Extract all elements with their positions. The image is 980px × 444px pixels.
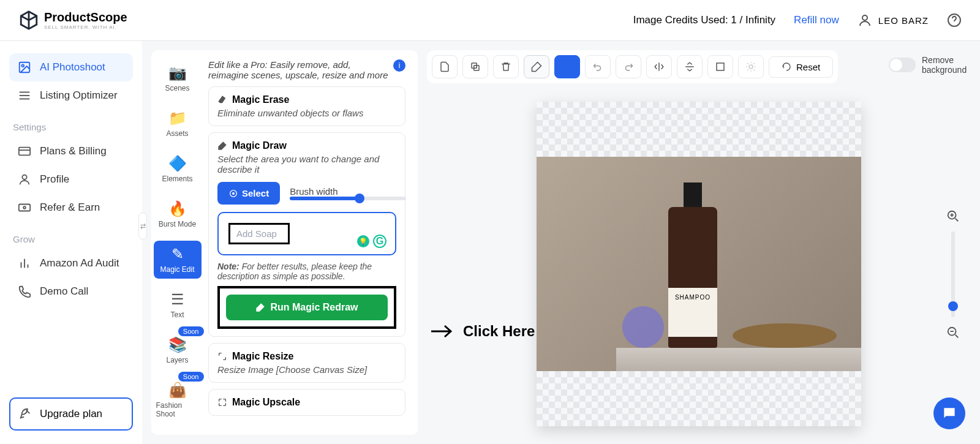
- tb-copy-button[interactable]: [462, 55, 488, 78]
- info-icon[interactable]: i: [393, 59, 405, 72]
- phone-icon: [18, 285, 31, 298]
- prompt-input[interactable]: Add Soap: [228, 223, 290, 244]
- upgrade-button[interactable]: Upgrade plan: [9, 397, 133, 431]
- svg-rect-19: [717, 63, 724, 70]
- tb-redo-button[interactable]: [616, 55, 641, 78]
- zoom-in-icon[interactable]: [946, 209, 960, 223]
- redo-icon: [623, 61, 634, 72]
- soon-badge: Soon: [178, 372, 204, 382]
- card-icon: [18, 145, 31, 158]
- copy-icon: [470, 61, 481, 72]
- tb-delete-button[interactable]: [493, 55, 519, 78]
- tb-crop-button[interactable]: [707, 55, 733, 78]
- flip-h-icon: [654, 61, 665, 72]
- product-image[interactable]: SHAMPOO: [537, 157, 861, 371]
- text-icon: ☰: [171, 291, 184, 308]
- canvas-toolbar: Reset: [427, 50, 838, 83]
- user-menu[interactable]: LEO BARZ: [858, 13, 929, 28]
- zoom-out-icon[interactable]: [946, 326, 960, 339]
- tb-flip-h-button[interactable]: [646, 55, 672, 78]
- rail-elements[interactable]: 🔷Elements: [154, 150, 202, 188]
- canvas-stage[interactable]: SHAMPOO: [537, 102, 861, 426]
- tb-brightness-button[interactable]: [738, 55, 764, 78]
- rail-burst-mode[interactable]: 🔥Burst Mode: [154, 195, 202, 233]
- rail-layers[interactable]: Soon📚Layers: [154, 331, 202, 369]
- run-button-highlight: Run Magic Redraw: [217, 286, 396, 329]
- file-icon: [439, 61, 450, 72]
- svg-rect-10: [19, 205, 30, 211]
- tb-color-button[interactable]: [554, 55, 580, 78]
- nav-listing-optimizer[interactable]: Listing Optimizer: [9, 81, 133, 110]
- tb-flip-v-button[interactable]: [677, 55, 703, 78]
- logo[interactable]: ProductScope SELL SMARTER. WITH AI.: [18, 10, 127, 31]
- magic-upscale-card[interactable]: Magic Upscale: [208, 389, 405, 416]
- tb-file-button[interactable]: [432, 55, 458, 78]
- section-settings: Settings: [13, 122, 133, 132]
- note-text: Note: For better results, please keep th…: [217, 262, 396, 281]
- prompt-input-container[interactable]: Add Soap 💡 G: [217, 212, 396, 255]
- collapse-handle[interactable]: ⇄: [138, 213, 147, 239]
- nav-refer-earn[interactable]: Refer & Earn: [9, 194, 133, 222]
- nav-label: Plans & Billing: [40, 145, 107, 157]
- help-icon[interactable]: [947, 13, 962, 28]
- user-name: LEO BARZ: [878, 15, 929, 26]
- shapes-icon: 🔷: [168, 155, 187, 172]
- nav-demo-call[interactable]: Demo Call: [9, 277, 133, 306]
- nav-label: AI Photoshoot: [40, 61, 105, 73]
- nav-amazon-ad-audit[interactable]: Amazon Ad Audit: [9, 249, 133, 277]
- section-grow: Grow: [13, 234, 133, 244]
- camera-icon: 📷: [168, 64, 187, 81]
- svg-point-9: [22, 175, 26, 179]
- card-title: Magic Resize: [232, 351, 293, 362]
- hair-brush: [733, 323, 837, 348]
- rail-magic-edit[interactable]: ✎Magic Edit: [154, 241, 202, 279]
- rail-label: Elements: [162, 175, 192, 183]
- remove-bg-toggle[interactable]: [889, 58, 916, 72]
- rail-fashion-shoot[interactable]: Soon👜Fashion Shoot: [154, 377, 202, 423]
- chat-fab[interactable]: [933, 397, 965, 429]
- run-magic-redraw-button[interactable]: Run Magic Redraw: [226, 295, 388, 320]
- tb-edit-button[interactable]: [524, 55, 549, 78]
- reset-button[interactable]: Reset: [769, 56, 833, 78]
- user-icon: [858, 13, 872, 28]
- svg-point-0: [862, 15, 867, 20]
- nav-ai-photoshoot[interactable]: AI Photoshoot: [9, 53, 133, 81]
- target-icon: [228, 189, 238, 198]
- brand-name: ProductScope: [44, 10, 127, 24]
- brand-tagline: SELL SMARTER. WITH AI.: [44, 24, 127, 30]
- grammarly-tone-icon[interactable]: 💡: [357, 235, 369, 247]
- svg-point-3: [21, 64, 24, 67]
- grammarly-icon[interactable]: G: [373, 235, 386, 248]
- select-button[interactable]: Select: [217, 182, 280, 205]
- zoom-controls: [946, 209, 960, 339]
- rail-scenes[interactable]: 📷Scenes: [154, 59, 202, 97]
- selection-marker[interactable]: [622, 306, 664, 348]
- grammarly-badges: 💡 G: [357, 235, 386, 248]
- rail-label: Layers: [166, 356, 188, 364]
- rocket-icon: [19, 407, 32, 421]
- folder-icon: 📁: [168, 110, 187, 127]
- tb-undo-button[interactable]: [585, 55, 611, 78]
- svg-point-20: [749, 65, 753, 69]
- zoom-slider[interactable]: [951, 231, 955, 317]
- refill-link[interactable]: Refill now: [794, 14, 839, 26]
- rail-text[interactable]: ☰Text: [154, 286, 202, 324]
- sun-icon: [745, 61, 756, 72]
- credits-text: Image Credits Used: 1 / Infinity: [633, 14, 775, 26]
- trash-icon: [500, 61, 511, 72]
- svg-point-11: [23, 206, 26, 209]
- rail-assets[interactable]: 📁Assets: [154, 105, 202, 143]
- nav-label: Profile: [40, 173, 69, 186]
- layers-icon: 📚: [168, 336, 187, 353]
- card-title: Magic Erase: [232, 94, 289, 105]
- magic-resize-card[interactable]: Magic Resize Resize Image [Choose Canvas…: [208, 343, 405, 383]
- magic-erase-card[interactable]: Magic Erase Eliminate unwanted objects o…: [208, 86, 405, 126]
- pencil-icon: [531, 61, 542, 72]
- eraser-icon: [217, 95, 227, 105]
- soon-badge: Soon: [178, 326, 204, 336]
- brush-width-slider[interactable]: [290, 197, 406, 200]
- fire-icon: 🔥: [168, 200, 187, 217]
- nav-plans-billing[interactable]: Plans & Billing: [9, 137, 133, 165]
- expand-icon: [217, 397, 227, 407]
- nav-profile[interactable]: Profile: [9, 165, 133, 194]
